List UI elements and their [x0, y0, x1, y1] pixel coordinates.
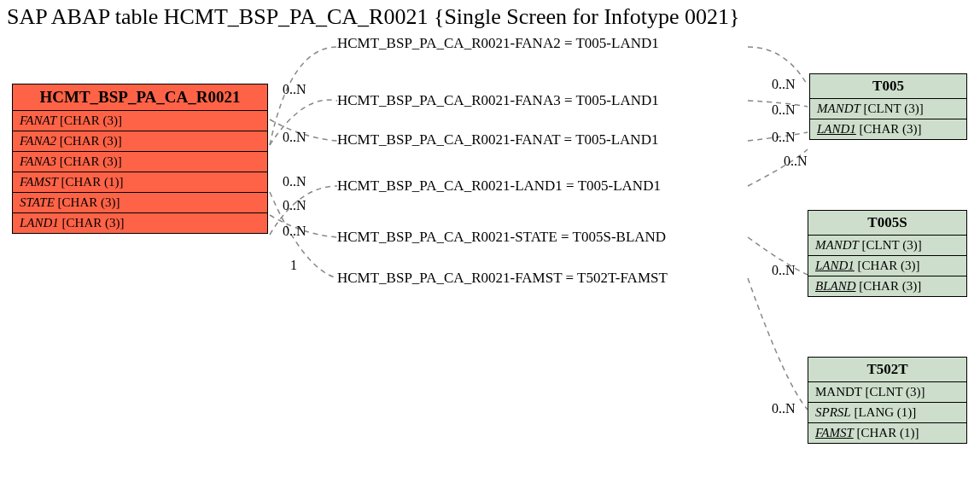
relation-label: HCMT_BSP_PA_CA_R0021-FAMST = T502T-FAMST — [337, 270, 668, 287]
field-row: FANAT [CHAR (3)] — [13, 111, 267, 131]
field-row: FANA2 [CHAR (3)] — [13, 131, 267, 152]
cardinality-label: 1 — [290, 258, 297, 273]
entity-t005s-name: T005S — [808, 211, 966, 236]
cardinality-label: 0..N — [784, 154, 808, 169]
relation-label: HCMT_BSP_PA_CA_R0021-FANA3 = T005-LAND1 — [337, 92, 659, 109]
entity-t005s: T005S MANDT [CLNT (3)] LAND1 [CHAR (3)] … — [808, 210, 967, 297]
field-row: STATE [CHAR (3)] — [13, 193, 267, 213]
cardinality-label: 0..N — [283, 130, 306, 145]
field-row: FAMST [CHAR (1)] — [13, 172, 267, 193]
field-row: LAND1 [CHAR (3)] — [808, 256, 966, 276]
field-row: FAMST [CHAR (1)] — [808, 423, 966, 443]
cardinality-label: 0..N — [772, 102, 796, 118]
cardinality-label: 0..N — [283, 198, 306, 213]
cardinality-label: 0..N — [772, 263, 796, 278]
cardinality-label: 0..N — [772, 130, 796, 145]
field-row: FANA3 [CHAR (3)] — [13, 152, 267, 172]
field-row: LAND1 [CHAR (3)] — [13, 213, 267, 233]
entity-t502t: T502T MANDT [CLNT (3)] SPRSL [LANG (1)] … — [808, 357, 967, 444]
field-row: MANDT [CLNT (3)] — [808, 382, 966, 403]
field-row: MANDT [CLNT (3)] — [810, 99, 966, 119]
entity-t005-name: T005 — [810, 74, 966, 99]
cardinality-label: 0..N — [283, 82, 306, 97]
relation-label: HCMT_BSP_PA_CA_R0021-FANA2 = T005-LAND1 — [337, 35, 659, 52]
entity-t005: T005 MANDT [CLNT (3)] LAND1 [CHAR (3)] — [809, 73, 967, 140]
cardinality-label: 0..N — [283, 174, 306, 189]
field-row: LAND1 [CHAR (3)] — [810, 119, 966, 139]
relation-label: HCMT_BSP_PA_CA_R0021-STATE = T005S-BLAND — [337, 229, 666, 246]
cardinality-label: 0..N — [772, 401, 796, 416]
main-entity-table: HCMT_BSP_PA_CA_R0021 FANAT [CHAR (3)] FA… — [12, 84, 268, 234]
relation-label: HCMT_BSP_PA_CA_R0021-FANAT = T005-LAND1 — [337, 131, 658, 148]
field-row: MANDT [CLNT (3)] — [808, 236, 966, 256]
cardinality-label: 0..N — [283, 224, 306, 239]
relation-label: HCMT_BSP_PA_CA_R0021-LAND1 = T005-LAND1 — [337, 177, 661, 195]
field-row: BLAND [CHAR (3)] — [808, 276, 966, 296]
entity-t502t-name: T502T — [808, 358, 966, 382]
field-row: SPRSL [LANG (1)] — [808, 403, 966, 423]
cardinality-label: 0..N — [772, 77, 796, 92]
main-entity-name: HCMT_BSP_PA_CA_R0021 — [13, 84, 267, 111]
diagram-title: SAP ABAP table HCMT_BSP_PA_CA_R0021 {Sin… — [7, 4, 739, 30]
